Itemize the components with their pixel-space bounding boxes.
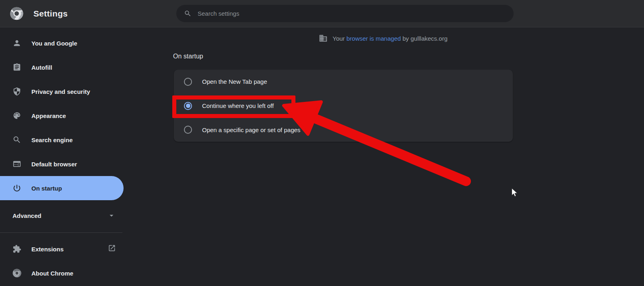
toolbar: Settings [0, 0, 644, 27]
sidebar-item-label: Default browser [31, 161, 77, 168]
sidebar-item-appearance[interactable]: Appearance [0, 104, 122, 128]
shield-icon [12, 87, 21, 96]
person-icon [12, 39, 21, 48]
chrome-logo-icon [12, 269, 21, 278]
sidebar-item-search-engine[interactable]: Search engine [0, 128, 122, 152]
sidebar-item-label: Privacy and security [31, 88, 90, 95]
managed-notice-prefix: Your [332, 35, 346, 42]
radio-unselected-icon[interactable] [184, 126, 192, 134]
mouse-cursor [511, 188, 520, 198]
settings-sidebar: You and Google Autofill Privacy and secu… [0, 27, 122, 286]
sidebar-item-advanced[interactable]: Advanced [0, 203, 122, 228]
managed-by-notice: Your browser is managed by gulllakecs.or… [122, 34, 644, 43]
radio-selected-icon[interactable] [184, 102, 192, 110]
external-link-wrap [108, 244, 116, 254]
organization-building-icon [319, 34, 328, 43]
option-continue-where-you-left-off[interactable]: Continue where you left off [174, 94, 513, 118]
sidebar-item-label: On startup [31, 185, 62, 192]
sidebar-item-label: Appearance [31, 112, 66, 119]
sidebar-item-privacy-and-security[interactable]: Privacy and security [0, 79, 122, 104]
search-icon [12, 135, 21, 144]
advanced-label: Advanced [12, 212, 41, 219]
chevron-down-icon [107, 211, 116, 220]
sidebar-item-extensions[interactable]: Extensions [0, 237, 122, 261]
settings-search-bar[interactable] [176, 5, 514, 22]
sidebar-item-on-startup[interactable]: On startup [0, 176, 124, 200]
search-input[interactable] [198, 10, 514, 17]
option-label: Open the New Tab page [202, 78, 267, 85]
option-open-specific-pages[interactable]: Open a specific page or set of pages [174, 118, 513, 142]
page-title: Settings [33, 0, 68, 27]
option-label: Open a specific page or set of pages [202, 126, 300, 133]
sidebar-item-label: Extensions [31, 246, 64, 253]
sidebar-item-autofill[interactable]: Autofill [0, 55, 122, 79]
sidebar-item-label: You and Google [31, 40, 77, 47]
search-icon [184, 10, 192, 17]
managed-notice-text: Your browser is managed by gulllakecs.or… [332, 35, 447, 42]
sidebar-item-about-chrome[interactable]: About Chrome [0, 261, 122, 285]
on-startup-section-title: On startup [173, 53, 203, 60]
palette-icon [12, 111, 21, 120]
browser-is-managed-link[interactable]: browser is managed [347, 35, 401, 42]
option-open-new-tab-page[interactable]: Open the New Tab page [174, 70, 513, 94]
sidebar-item-label: About Chrome [31, 270, 73, 277]
sidebar-item-label: Autofill [31, 64, 52, 71]
clipboard-icon [12, 63, 21, 72]
sidebar-item-default-browser[interactable]: Default browser [0, 152, 122, 176]
sidebar-bottom-group: Extensions About Chrome [0, 233, 122, 285]
radio-unselected-icon[interactable] [184, 78, 192, 86]
sidebar-item-you-and-google[interactable]: You and Google [0, 31, 122, 55]
chrome-logo-icon [10, 7, 23, 20]
open-in-new-icon [108, 244, 116, 252]
browser-window-icon [12, 160, 21, 168]
puzzle-icon [12, 245, 21, 253]
on-startup-options-card: Open the New Tab page Continue where you… [174, 70, 513, 142]
sidebar-item-label: Search engine [31, 137, 73, 143]
option-label: Continue where you left off [202, 102, 274, 109]
power-icon [12, 184, 21, 193]
managed-notice-suffix: by gulllakecs.org [401, 35, 448, 42]
